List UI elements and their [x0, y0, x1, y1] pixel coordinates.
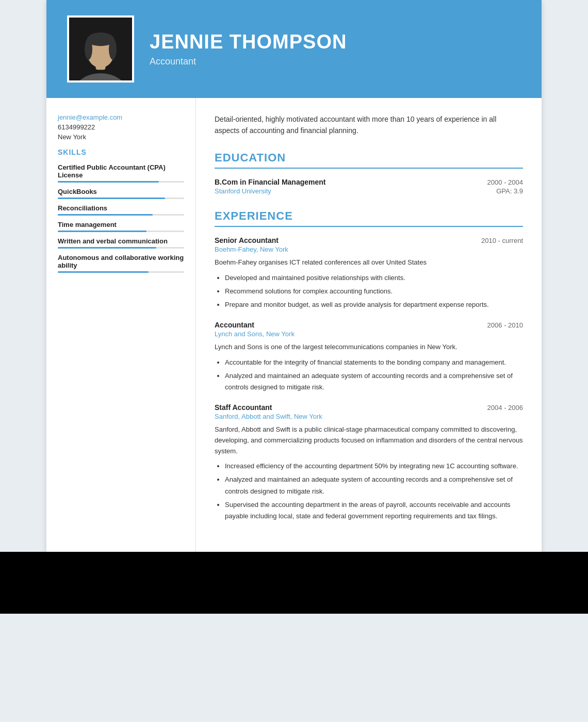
bullet-item: Increased efficiency of the accounting d… — [225, 461, 523, 472]
skill-bar-fill — [58, 271, 149, 273]
entry-sub: Stanford University GPA: 3.9 — [215, 187, 523, 195]
main-content: Detail-oriented, highly motivated accoun… — [196, 98, 542, 552]
resume-header: JENNIE THOMPSON Accountant — [46, 0, 542, 98]
bullet-item: Prepare and monitor budget, as well as p… — [225, 299, 523, 310]
entry-header: Accountant 2006 - 2010 — [215, 321, 523, 329]
experience-section: EXPERIENCE Senior Accountant 2010 - curr… — [215, 209, 523, 522]
job-dates: 2010 - current — [481, 237, 523, 244]
entry-header: B.Com in Financial Management 2000 - 200… — [215, 178, 523, 186]
job-dates: 2006 - 2010 — [487, 321, 523, 329]
job-dates: 2004 - 2006 — [487, 404, 523, 412]
job-title: Accountant — [215, 321, 254, 329]
skill-bar-bg — [58, 181, 184, 183]
skill-bar-bg — [58, 214, 184, 216]
degree-title: B.Com in Financial Management — [215, 178, 325, 186]
summary-text: Detail-oriented, highly motivated accoun… — [215, 113, 523, 137]
entry-sub: Lynch and Sons, New York — [215, 330, 523, 338]
bullet-item: Supervised the accounting department in … — [225, 499, 523, 522]
experience-entry: Accountant 2006 - 2010 Lynch and Sons, N… — [215, 321, 523, 393]
skills-list: Certified Public Accountant (CPA) Licens… — [58, 163, 184, 273]
education-entry: B.Com in Financial Management 2000 - 200… — [215, 178, 523, 195]
entry-header: Staff Accountant 2004 - 2006 — [215, 403, 523, 412]
education-title: EDUCATION — [215, 151, 523, 169]
job-bullets: Developed and maintained positive relati… — [215, 272, 523, 310]
entry-sub: Sanford, Abbott and Swift, New York — [215, 413, 523, 420]
svg-point-5 — [85, 38, 92, 59]
skill-bar-fill — [58, 198, 165, 199]
skill-bar-fill — [58, 214, 153, 216]
skill-item: Reconciliations — [58, 204, 184, 216]
contact-email: jennie@example.com — [58, 113, 184, 121]
experience-entry: Staff Accountant 2004 - 2006 Sanford, Ab… — [215, 403, 523, 522]
skill-bar-bg — [58, 231, 184, 232]
skill-label: QuickBooks — [58, 188, 184, 195]
job-org: Lynch and Sons, New York — [215, 330, 295, 338]
skill-bar-fill — [58, 231, 146, 232]
contact-location: New York — [58, 133, 184, 141]
experience-entry: Senior Accountant 2010 - current Boehm-F… — [215, 236, 523, 310]
bullet-item: Analyzed and maintained an adequate syst… — [225, 474, 523, 497]
job-desc: Sanford, Abbott and Swift is a public cl… — [215, 424, 523, 456]
experience-title: EXPERIENCE — [215, 209, 523, 227]
skill-item: Written and verbal communication — [58, 237, 184, 249]
skill-item: QuickBooks — [58, 188, 184, 199]
skill-bar-fill — [58, 181, 159, 183]
skill-bar-bg — [58, 247, 184, 249]
profile-photo — [67, 15, 134, 83]
bullet-item: Developed and maintained positive relati… — [225, 272, 523, 284]
job-desc: Boehm-Fahey organises ICT related confer… — [215, 257, 523, 268]
degree-dates: 2000 - 2004 — [487, 178, 523, 186]
degree-gpa: GPA: 3.9 — [496, 187, 523, 195]
education-section: EDUCATION B.Com in Financial Management … — [215, 151, 523, 195]
skill-bar-fill — [58, 247, 156, 249]
footer-black-bar — [0, 552, 588, 614]
sidebar: jennie@example.com 6134999222 New York S… — [46, 98, 196, 552]
skill-label: Reconciliations — [58, 204, 184, 212]
skills-section-title: SKILLS — [58, 148, 184, 156]
candidate-title: Accountant — [150, 56, 347, 67]
skill-label: Written and verbal communication — [58, 237, 184, 245]
entry-header: Senior Accountant 2010 - current — [215, 236, 523, 244]
bullet-item: Recommend solutions for complex accounti… — [225, 286, 523, 297]
skill-item: Time management — [58, 221, 184, 232]
skill-item: Autonomous and collaborative working abi… — [58, 254, 184, 273]
bullet-item: Analyzed and maintained an adequate syst… — [225, 370, 523, 393]
bullet-item: Accountable for the integrity of financi… — [225, 357, 523, 368]
job-org: Sanford, Abbott and Swift, New York — [215, 413, 322, 420]
degree-org: Stanford University — [215, 187, 271, 195]
job-title: Staff Accountant — [215, 403, 272, 412]
header-info: JENNIE THOMPSON Accountant — [150, 31, 347, 67]
job-bullets: Increased efficiency of the accounting d… — [215, 461, 523, 521]
job-bullets: Accountable for the integrity of financi… — [215, 357, 523, 393]
skill-bar-bg — [58, 198, 184, 199]
skill-label: Time management — [58, 221, 184, 228]
job-title: Senior Accountant — [215, 236, 279, 244]
candidate-name: JENNIE THOMPSON — [150, 31, 347, 53]
entry-sub: Boehm-Fahey, New York — [215, 245, 523, 253]
job-org: Boehm-Fahey, New York — [215, 245, 288, 253]
skill-label: Certified Public Accountant (CPA) Licens… — [58, 163, 184, 179]
skill-bar-bg — [58, 271, 184, 273]
contact-phone: 6134999222 — [58, 123, 184, 131]
skill-label: Autonomous and collaborative working abi… — [58, 254, 184, 269]
skill-item: Certified Public Accountant (CPA) Licens… — [58, 163, 184, 183]
svg-point-6 — [109, 38, 117, 59]
job-desc: Lynch and Sons is one of the largest tel… — [215, 342, 523, 353]
resume-body: jennie@example.com 6134999222 New York S… — [46, 98, 542, 552]
